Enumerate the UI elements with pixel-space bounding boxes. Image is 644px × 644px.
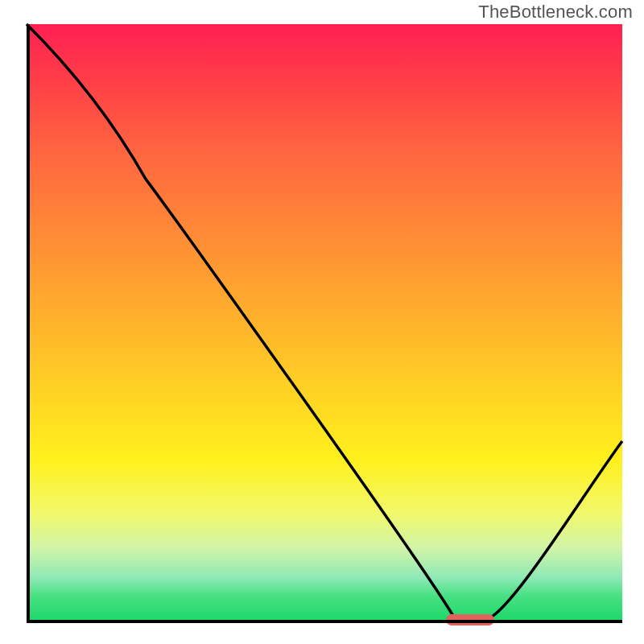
watermark-text: TheBottleneck.com <box>478 2 633 23</box>
y-axis <box>27 24 30 620</box>
curve-path <box>27 24 622 620</box>
chart-container: TheBottleneck.com <box>0 0 644 644</box>
plot-area <box>27 24 622 620</box>
bottleneck-curve <box>27 24 622 620</box>
x-axis <box>27 620 622 623</box>
